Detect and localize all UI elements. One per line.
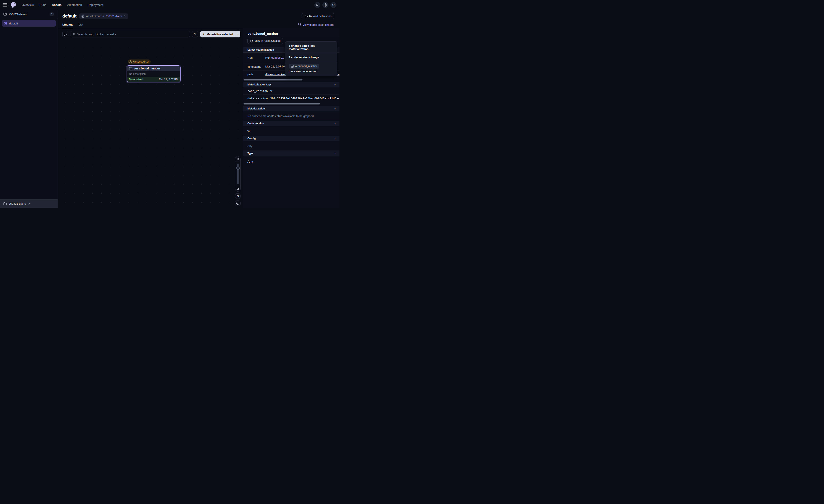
tab-lineage[interactable]: Lineage [62, 23, 73, 28]
view-global-asset-lineage-label: View global asset lineage [303, 23, 334, 26]
reload-definitions-button[interactable]: Reload definitions [302, 13, 334, 19]
node-unsynced-badge[interactable]: ⟳ Unsynced (1) [128, 59, 151, 64]
search-input[interactable] [77, 33, 188, 36]
data-version-label: data_version [243, 95, 268, 102]
top-nav: Overview Runs Assets Automation Deployme… [0, 0, 339, 10]
chevron-down-icon[interactable]: ▼ [334, 108, 336, 110]
node-name: versioned_number [133, 67, 161, 70]
config-body: Any [243, 141, 339, 150]
section-materialization-tags[interactable]: Materialization tags ▼ [243, 82, 339, 87]
metadata-plots-body: No numeric metadata entries available to… [243, 111, 339, 121]
zoom-in-button[interactable] [235, 156, 240, 162]
section-config[interactable]: Config ▼ [243, 136, 339, 141]
lineage-toolbar: ⟳ ✦ Materialize selected ▾ [58, 28, 243, 40]
section-code-version-label: Code Version [247, 122, 264, 125]
zoom-out-button[interactable] [235, 186, 240, 192]
menu-icon[interactable] [3, 3, 7, 6]
asset-chip[interactable]: versioned_number [289, 64, 319, 69]
search-icon [316, 3, 319, 6]
tab-list[interactable]: List [79, 23, 83, 28]
materialize-selected-button[interactable]: ✦ Materialize selected ▾ [200, 31, 240, 37]
run-prefix: Run [266, 56, 271, 59]
nav-item-deployment[interactable]: Deployment [88, 3, 103, 6]
asset-group-badge-link[interactable]: 250321-dvers [105, 15, 122, 18]
graph-settings-button[interactable]: ⚙ [235, 194, 240, 199]
canvas-controls: ⚙ [235, 156, 240, 206]
reload-location-icon[interactable]: ⟳ [28, 202, 30, 205]
asset-group-icon [81, 14, 85, 18]
view-in-asset-catalog-button[interactable]: View in Asset Catalog [247, 38, 283, 44]
zoom-in-icon [236, 158, 239, 160]
sidebar-footer[interactable]: 250321-dvers ⟳ [0, 200, 58, 208]
sidebar-item-default[interactable]: default [2, 20, 56, 27]
table-icon [129, 67, 132, 70]
refresh-icon: ⟳ [194, 32, 196, 36]
sidebar-footer-name: 250321-dvers [9, 202, 26, 205]
help-button[interactable]: ? [322, 2, 328, 8]
folder-icon [3, 202, 7, 205]
section-latest-materialization-label: Latest materialization [247, 48, 274, 51]
panel-asset-name: versioned_number [243, 28, 339, 36]
zoom-out-icon [236, 187, 239, 191]
popover-subtitle: 1 code version change [285, 53, 337, 61]
expand-panel-button[interactable] [62, 31, 69, 37]
search-button[interactable] [314, 2, 320, 8]
horizontal-scrollbar[interactable] [243, 103, 320, 105]
section-metadata-plots-label: Metadata plots [247, 107, 266, 110]
section-config-label: Config [247, 137, 256, 140]
page-title: default [62, 14, 77, 19]
primary-nav: Overview Runs Assets Automation Deployme… [22, 3, 103, 6]
section-materialization-tags-label: Materialization tags [247, 83, 272, 86]
chevron-down-icon[interactable]: ▼ [334, 84, 336, 86]
nav-item-runs[interactable]: Runs [39, 3, 46, 6]
section-metadata-plots[interactable]: Metadata plots ▼ [243, 106, 339, 111]
download-graph-button[interactable] [235, 201, 240, 206]
settings-button[interactable]: ⚙ [330, 2, 336, 8]
asset-node-versioned-number[interactable]: versioned_number No description Material… [127, 65, 181, 83]
gear-icon: ⚙ [332, 3, 335, 7]
code-version-body: v2 [243, 126, 339, 136]
asset-groups-sidebar: 250321-dvers 1 default 250321-dvers ⟳ [0, 10, 58, 208]
chevron-down-icon[interactable]: ▼ [334, 152, 336, 154]
chevron-down-icon[interactable]: ▼ [334, 122, 336, 125]
search-icon [73, 33, 76, 35]
code-version-value: v1 [268, 87, 339, 95]
section-code-version[interactable]: Code Version ▼ [243, 121, 339, 126]
horizontal-scrollbar[interactable] [243, 79, 302, 81]
refresh-icon[interactable]: ⟳ [124, 14, 126, 18]
nav-item-automation[interactable]: Automation [67, 3, 82, 6]
caret-down-icon: ▾ [237, 33, 238, 35]
node-unsynced-label: Unsynced (1) [133, 60, 148, 63]
lineage-canvas[interactable]: ⟳ Unsynced (1) versioned_number No descr… [58, 40, 243, 208]
refresh-graph-button[interactable]: ⟳ [192, 31, 198, 37]
folder-icon [3, 13, 7, 16]
timestamp-row-label: Timestamp [243, 63, 263, 71]
popover-change-row: versioned_number has a new code version [285, 61, 337, 76]
view-global-asset-lineage-link[interactable]: View global asset lineage [298, 23, 334, 28]
changes-popover: 1 change since last materialization 1 co… [285, 41, 337, 76]
run-id-link[interactable]: ea8bb591 [271, 56, 284, 59]
sidebar-divider [0, 18, 58, 18]
zoom-slider[interactable] [235, 162, 240, 186]
chevron-down-icon[interactable]: ▼ [334, 137, 336, 139]
sidebar-group-row[interactable]: 250321-dvers 1 [0, 10, 58, 18]
section-type[interactable]: Type ▼ [243, 150, 339, 156]
table-icon [291, 65, 294, 68]
data-version-value: 3bfc269594ef649228e9a74bab00f042efc91d5a… [268, 95, 339, 102]
popover-change-text: has a new code version [289, 70, 317, 73]
view-in-asset-catalog-label: View in Asset Catalog [254, 39, 281, 42]
node-status-row: Materialized Mar 21, 5:07 PM [127, 77, 180, 82]
reload-definitions-icon [304, 14, 308, 18]
type-body: Any [243, 156, 339, 168]
asset-search-box [71, 31, 190, 37]
help-icon: ? [324, 3, 327, 7]
materialize-options-caret[interactable]: ▾ [235, 31, 240, 37]
code-version-label: code_version [243, 87, 268, 95]
nav-item-overview[interactable]: Overview [22, 3, 34, 6]
zoom-slider-thumb[interactable] [236, 166, 240, 170]
sparkle-icon: ✦ [203, 33, 205, 36]
dagster-logo-icon[interactable] [10, 2, 17, 8]
page-header: default Asset Group in 250321-dvers ⟳ Re… [58, 10, 339, 20]
unsynced-icon: ⟳ [129, 60, 132, 63]
nav-item-assets[interactable]: Assets [52, 3, 62, 6]
